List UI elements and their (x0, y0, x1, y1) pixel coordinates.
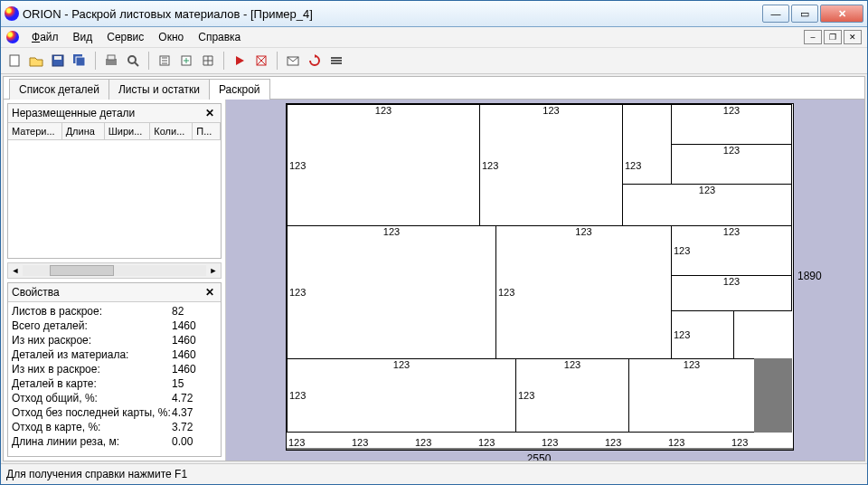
mdi-restore-button[interactable]: ❐ (824, 30, 842, 44)
doc-icon (6, 31, 19, 43)
property-value: 3.72 (172, 420, 217, 434)
property-row: Длина линии реза, м:0.00 (12, 434, 217, 449)
piece[interactable]: 123 (671, 144, 792, 185)
grid-header: Матери... Длина Шири... Коли... П... (8, 123, 221, 140)
scroll-left-icon[interactable]: ◄ (8, 266, 23, 275)
property-row: Отход без последней карты, %:4.37 (12, 405, 217, 420)
status-bar: Для получения справки нажмите F1 (1, 463, 867, 484)
toolbar (1, 47, 867, 74)
tab-nesting[interactable]: Раскрой (209, 79, 270, 100)
properties-panel: Свойства ✕ Листов в раскрое:82Всего дета… (7, 282, 222, 457)
scroll-right-icon[interactable]: ► (206, 266, 221, 275)
import-icon[interactable] (178, 52, 194, 69)
mdi-close-button[interactable]: ✕ (844, 30, 862, 44)
mdi-minimize-button[interactable]: – (804, 30, 822, 44)
preview-icon[interactable] (125, 52, 141, 69)
property-value: 0.00 (172, 434, 217, 449)
property-row: Отход в карте, %:3.72 (12, 420, 217, 434)
stop-icon[interactable] (253, 52, 269, 69)
new-icon[interactable] (6, 52, 23, 69)
run-icon[interactable] (231, 52, 248, 69)
piece[interactable]: 123 (628, 358, 755, 433)
property-value: 1460 (172, 362, 217, 376)
property-row: Деталей из материала:1460 (12, 347, 217, 362)
menu-window[interactable]: Окно (153, 29, 189, 45)
property-label: Деталей из материала: (12, 347, 172, 362)
piece[interactable]: 123 (671, 275, 792, 311)
property-label: Длина линии реза, м: (12, 434, 172, 449)
property-label: Отход в карте, %: (12, 420, 172, 434)
menu-help[interactable]: Справка (193, 29, 246, 45)
piece[interactable]: 123123 (287, 104, 480, 226)
tab-sheets[interactable]: Листы и остатки (108, 79, 210, 100)
grid-icon[interactable] (200, 52, 216, 69)
piece[interactable]: 123123 (287, 358, 516, 433)
property-row: Всего деталей:1460 (12, 319, 217, 333)
menu-view[interactable]: Вид (68, 29, 99, 45)
svg-line-8 (135, 62, 138, 66)
open-icon[interactable] (28, 52, 44, 69)
print-icon[interactable] (103, 52, 119, 69)
scroll-thumb[interactable] (50, 265, 114, 276)
unplaced-panel-close-button[interactable]: ✕ (203, 107, 217, 119)
piece[interactable]: 123123 (515, 358, 629, 433)
edge (287, 448, 793, 450)
unplaced-panel-title: Неразмещенные детали (12, 107, 135, 119)
title-bar[interactable]: ORION - Раскрой листовых материалов - [П… (1, 1, 867, 27)
property-value: 1460 (172, 347, 217, 362)
save-all-icon[interactable] (71, 52, 88, 69)
properties-body: Листов в раскрое:82Всего деталей:1460Из … (8, 302, 221, 451)
grid-body[interactable] (8, 140, 221, 258)
offcut (754, 358, 792, 433)
property-label: Отход общий, %: (12, 391, 172, 405)
sheet-height-label: 1890 (797, 103, 822, 449)
export-icon[interactable] (156, 52, 173, 69)
property-label: Всего деталей: (12, 319, 172, 333)
status-text: Для получения справки нажмите F1 (6, 468, 187, 480)
mail-icon[interactable] (285, 52, 301, 69)
save-icon[interactable] (50, 52, 66, 69)
piece[interactable]: 123 (671, 104, 792, 145)
property-value: 82 (172, 304, 217, 319)
app-window: ORION - Раскрой листовых материалов - [П… (0, 0, 868, 485)
property-value: 1460 (172, 319, 217, 333)
menu-service[interactable]: Сервис (101, 29, 149, 45)
minimize-button[interactable]: — (762, 5, 789, 23)
layers-icon[interactable] (328, 52, 344, 69)
col-length[interactable]: Длина (62, 123, 105, 139)
tab-parts-list[interactable]: Список деталей (9, 79, 109, 100)
col-material[interactable]: Матери... (8, 123, 62, 139)
property-value: 1460 (172, 333, 217, 347)
maximize-button[interactable]: ▭ (791, 5, 818, 23)
svg-rect-4 (76, 57, 85, 66)
close-button[interactable]: ✕ (820, 5, 863, 23)
menu-bar: Файл Вид Сервис Окно Справка – ❐ ✕ (1, 27, 867, 47)
piece[interactable]: 123 (622, 184, 792, 226)
col-count[interactable]: Коли... (150, 123, 193, 139)
refresh-icon[interactable] (307, 52, 323, 69)
sheet-width-label: 2550 (286, 452, 792, 461)
property-row: Деталей в карте:15 (12, 376, 217, 391)
piece[interactable]: 123123 (287, 225, 496, 359)
properties-panel-title: Свойства (12, 286, 60, 299)
property-label: Деталей в карте: (12, 376, 172, 391)
piece[interactable]: 123123 (495, 225, 672, 359)
window-title: ORION - Раскрой листовых материалов - [П… (23, 7, 762, 21)
property-row: Из них раскрое:1460 (12, 333, 217, 347)
svg-rect-2 (54, 56, 61, 60)
piece[interactable]: 123123 (671, 225, 792, 276)
nesting-canvas[interactable]: 123123 123123 123 123 123 123 123123 123… (226, 100, 864, 461)
h-scrollbar[interactable]: ◄ ► (7, 262, 222, 279)
piece[interactable]: 123123 (479, 104, 623, 226)
piece[interactable]: 123 (671, 310, 734, 359)
col-width[interactable]: Шири... (105, 123, 151, 139)
properties-panel-close-button[interactable]: ✕ (203, 286, 217, 299)
col-extra[interactable]: П... (193, 123, 221, 139)
property-value: 15 (172, 376, 217, 391)
unplaced-panel: Неразмещенные детали ✕ Матери... Длина Ш… (7, 103, 222, 259)
app-icon (5, 6, 19, 21)
svg-point-7 (128, 56, 136, 63)
menu-file[interactable]: Файл (26, 29, 64, 45)
property-row: Отход общий, %:4.72 (12, 391, 217, 405)
property-label: Листов в раскрое: (12, 304, 172, 319)
